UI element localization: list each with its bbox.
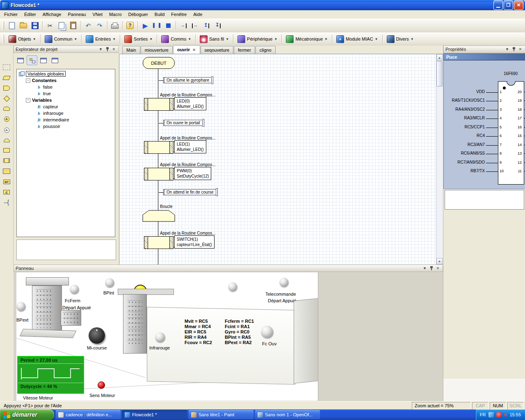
explorer-view-flowchart-button[interactable] — [15, 55, 26, 65]
save-button[interactable] — [30, 20, 40, 31]
clock[interactable]: 15:55 — [509, 412, 521, 417]
component-commun[interactable]: Commun▼ — [43, 34, 79, 44]
pin-icon[interactable] — [511, 46, 517, 52]
run-button[interactable]: ▶ — [140, 20, 151, 31]
undo-button[interactable]: ↶ — [83, 20, 94, 31]
step-over-button[interactable]: → — [189, 20, 200, 31]
alert-icon[interactable] — [496, 412, 502, 418]
bpint-button[interactable] — [105, 278, 114, 287]
flow-macro-detail[interactable]: LED(0) Allumer_LED() — [174, 97, 206, 110]
telecommande-button[interactable] — [279, 278, 288, 287]
new-button[interactable] — [7, 20, 17, 31]
menu-vnet[interactable]: VNet — [89, 11, 105, 18]
switch-icon[interactable] — [3, 107, 10, 111]
tab-cligno[interactable]: cligno — [256, 46, 276, 54]
step-into-button[interactable]: → — [178, 20, 189, 31]
print-button[interactable] — [110, 20, 120, 31]
scroll-up-icon[interactable]: ▲ — [436, 54, 443, 61]
paste-button[interactable] — [68, 20, 78, 31]
tab-seqouveture[interactable]: seqouveture — [201, 46, 234, 54]
jump-icon[interactable]: A — [4, 128, 9, 133]
component-module-miac[interactable]: +Module MIAC▼ — [335, 34, 380, 44]
language-indicator[interactable]: FR — [480, 412, 486, 417]
flow-component-macro[interactable] — [144, 168, 173, 180]
flowchart-canvas[interactable]: DÉBUT On allume le gyrophare Appel de la… — [119, 54, 437, 265]
scrollbar-thumb[interactable] — [436, 61, 443, 87]
open-button[interactable] — [18, 20, 29, 31]
component-mecatronique[interactable]: Mécatronique▼ — [284, 34, 329, 44]
tab-miouverture[interactable]: miouverture — [141, 46, 173, 54]
tab-fermer[interactable]: fermer — [234, 46, 255, 54]
close-panel-icon[interactable]: ✕ — [111, 46, 117, 52]
menu-build[interactable]: Build — [151, 11, 168, 18]
help-button[interactable]: ? — [125, 20, 135, 31]
tree-item[interactable]: B capteur — [17, 103, 115, 110]
step-out-button[interactable]: ↥ — [201, 20, 212, 31]
network-icon[interactable] — [488, 412, 494, 418]
explorer-view-chip-button[interactable] — [38, 55, 49, 65]
antivirus-icon[interactable]: K — [504, 412, 507, 417]
tree-item[interactable]: B intermediaire — [17, 116, 115, 123]
flow-component-macro[interactable] — [144, 236, 173, 249]
copy-button[interactable] — [56, 20, 67, 31]
menu-affichage[interactable]: Affichage — [39, 11, 65, 18]
start-button[interactable]: démarrer — [0, 409, 54, 420]
flow-macro-detail[interactable]: PWM(0) SetDutyCycle(12) — [174, 167, 211, 180]
decision-icon[interactable] — [3, 96, 10, 102]
flow-loop-node[interactable] — [142, 210, 175, 222]
close-button[interactable]: ✕ — [514, 0, 523, 10]
minimize-button[interactable]: ▁ — [493, 0, 503, 10]
explorer-view-panel-button[interactable] — [50, 55, 60, 65]
scroll-down-icon[interactable]: ▼ — [436, 258, 443, 265]
tree-item[interactable]: b false — [17, 84, 115, 90]
bpext-button[interactable] — [16, 302, 25, 311]
stop-button[interactable] — [163, 20, 173, 31]
component-macro-icon[interactable] — [3, 158, 10, 163]
delay-icon[interactable] — [3, 86, 10, 91]
tab-ouvrir[interactable]: ouvrir✕ — [173, 45, 200, 54]
flow-comment[interactable]: On attend le fin de course — [163, 189, 216, 195]
component-sorties[interactable]: Sorties▼ — [123, 34, 154, 44]
chevron-down-icon[interactable]: ▼ — [422, 265, 428, 271]
tree-item[interactable]: b infrarouge — [17, 110, 115, 116]
run-to-cursor-button[interactable]: ↧ — [212, 20, 223, 31]
tree-root[interactable]: Variables globales — [17, 71, 115, 77]
fc-ouv-button[interactable] — [261, 326, 273, 338]
collapse-icon[interactable]: − — [26, 98, 30, 103]
component-peripherique[interactable]: Périphérique▼ — [236, 34, 279, 44]
flow-start-node[interactable]: DÉBUT — [143, 57, 175, 69]
task-openoffice[interactable]: Sans nom 1 - OpenOf... — [255, 410, 320, 419]
component-divers[interactable]: Divers▼ — [385, 34, 415, 44]
tree-group[interactable]: − Variables — [17, 97, 115, 103]
collapse-icon[interactable]: − — [26, 78, 30, 83]
menu-panneau[interactable]: Panneau — [64, 11, 89, 18]
task-flowcode[interactable]: Flowcode1 * — [122, 410, 187, 419]
cut-button[interactable]: ✂ — [45, 20, 55, 31]
flow-comment[interactable]: On allume le gyrophare — [163, 77, 212, 83]
explorer-view-tree-button[interactable] — [27, 55, 37, 65]
pin-icon[interactable] — [104, 46, 110, 52]
menu-fichier[interactable]: Fichier — [1, 11, 21, 18]
infrarouge-button[interactable] — [155, 332, 165, 342]
menu-editer[interactable]: Éditer — [21, 11, 39, 18]
flow-component-macro[interactable] — [144, 98, 173, 111]
interrupt-icon[interactable]: INT — [3, 180, 10, 184]
chevron-down-icon[interactable]: ▼ — [98, 46, 104, 52]
connection-point-icon[interactable]: A — [4, 116, 9, 122]
close-panel-icon[interactable]: ✕ — [435, 265, 441, 271]
c-code-icon[interactable]: C — [3, 190, 10, 194]
macro-icon[interactable] — [3, 169, 10, 174]
event-icon[interactable] — [4, 139, 10, 142]
flow-macro-detail[interactable]: SWITCH(1) capteur=Lire_État() — [174, 235, 215, 249]
menu-deboguer[interactable]: Déboguer — [125, 11, 151, 18]
tree-root-label[interactable]: Variables globales — [26, 71, 66, 77]
tree-item[interactable]: b true — [17, 90, 115, 97]
close-panel-icon[interactable]: ✕ — [517, 46, 523, 52]
spare-button[interactable] — [228, 282, 237, 291]
flow-comment[interactable]: On ouvre le portail — [163, 120, 203, 126]
component-objets[interactable]: Objets▼ — [7, 34, 38, 44]
io-icon[interactable] — [2, 76, 11, 80]
task-cadence[interactable]: cadence : définition e... — [56, 410, 121, 419]
tab-main[interactable]: Main — [122, 46, 140, 54]
pause-button[interactable] — [151, 20, 162, 31]
